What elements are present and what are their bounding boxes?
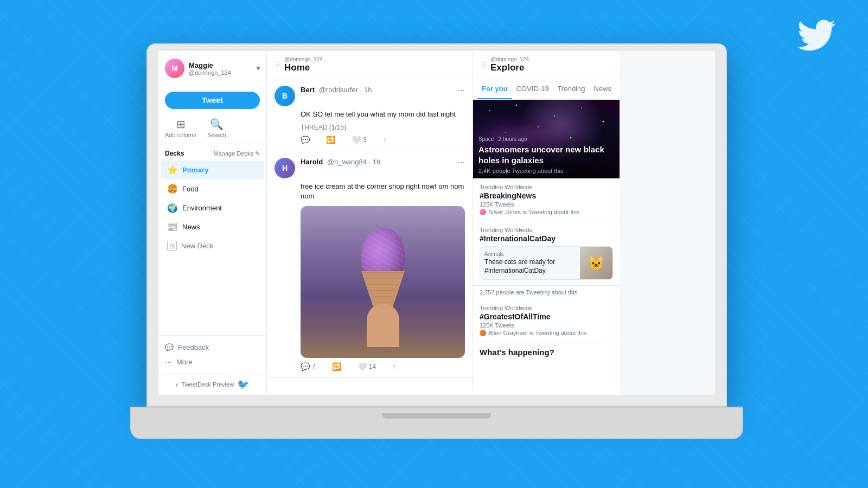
tab-for-you[interactable]: For you	[477, 79, 512, 99]
news-hero-title: Astronomers uncover new black holes in g…	[478, 144, 614, 165]
trending-item-breaking-news[interactable]: Trending Worldwide #BreakingNews 125K Tw…	[473, 178, 620, 221]
deck-item-primary[interactable]: ⭐ Primary	[161, 160, 264, 179]
like-button[interactable]: 🤍 3	[352, 136, 367, 144]
more-button[interactable]: ⋯ More	[165, 355, 260, 369]
goat-user-avatar	[480, 330, 486, 336]
laptop-body: M Maggie @domingo_124 ▾ Tweet ⊞ Add c	[146, 43, 727, 407]
tab-covid19[interactable]: COVID-19	[512, 79, 553, 99]
add-column-button[interactable]: ⊞ Add column	[165, 118, 196, 138]
tweet-actions: 💬 🔁 🤍 3 ↑	[275, 136, 465, 144]
cat-image-visual: 🐱	[580, 247, 612, 279]
ice-cream-image	[301, 206, 465, 358]
home-column: ⠿ @domingo_124 Home B	[267, 51, 473, 395]
explore-column-header: ⠿ @domingo_124 Explore	[473, 51, 620, 79]
explore-column: ⠿ @domingo_124 Explore For you COVID-19	[473, 51, 620, 395]
user-info: Maggie @domingo_124	[189, 61, 252, 76]
news-deck-label: News	[182, 223, 200, 231]
reply-icon: 💬	[301, 362, 310, 371]
goat-user-text: Allen Grayham is Tweeting about this	[488, 330, 586, 336]
share-icon: ↑	[383, 136, 387, 144]
environment-deck-icon: 🌍	[167, 203, 178, 213]
deck-item-news[interactable]: 📰 News	[161, 217, 264, 236]
home-column-header: ⠿ @domingo_124 Home	[267, 51, 473, 79]
new-deck-icon: ⊞	[167, 241, 177, 251]
tweet-author-name: Bert	[301, 86, 315, 94]
user-name: Maggie	[189, 61, 252, 69]
tweet-thread: THREAD (1/15)	[275, 124, 465, 131]
twitter-logo-background	[797, 16, 835, 62]
svg-point-0	[489, 110, 490, 111]
food-deck-label: Food	[182, 185, 199, 193]
trending-item-cat-day[interactable]: Trending Worldwide #InternationalCatDay …	[473, 221, 620, 286]
retweet-icon: 🔁	[332, 362, 341, 371]
decks-title: Decks	[165, 150, 184, 157]
tweetdeck-app: M Maggie @domingo_124 ▾ Tweet ⊞ Add c	[158, 51, 715, 395]
feedback-button[interactable]: 💬 Feedback	[165, 340, 260, 355]
tweetdeck-preview-bar: ‹ TweetDeck Preview 🐦	[158, 374, 266, 395]
chevron-down-icon[interactable]: ▾	[257, 65, 260, 72]
reply-button[interactable]: 💬	[301, 136, 310, 144]
tweet-meta-harold: Harold @h_wang84 · 1h	[301, 158, 452, 178]
cat-day-trending-tag: #InternationalCatDay	[480, 234, 613, 243]
heart-icon: 🤍	[352, 136, 361, 144]
laptop: M Maggie @domingo_124 ▾ Tweet ⊞ Add c	[146, 43, 727, 439]
explore-drag-handle[interactable]: ⠿	[481, 61, 486, 69]
deck-item-food[interactable]: 🍔 Food	[161, 179, 264, 198]
manage-decks-button[interactable]: Manage Decks ✎	[214, 150, 260, 157]
tweet-meta: Bert @rodrisurfer · 1h	[301, 86, 452, 106]
harold-share-button[interactable]: ↑	[392, 362, 396, 371]
harold-retweet-button[interactable]: 🔁	[332, 362, 341, 371]
trending-user-avatar	[480, 209, 486, 215]
tweet-author-handle: @rodrisurfer	[319, 86, 358, 94]
harold-reply-button[interactable]: 💬 7	[301, 362, 316, 371]
tweetdeck-preview-label: TweetDeck Preview	[182, 381, 234, 388]
trending-user-text: Silver Jones is Tweeting about this	[488, 209, 580, 215]
tweet-author-harold: Harold @h_wang84 · 1h	[301, 158, 452, 166]
svg-point-5	[538, 126, 539, 127]
tweet-button[interactable]: Tweet	[165, 92, 260, 109]
search-button[interactable]: 🔍 Search	[207, 118, 226, 138]
harold-like-count: 14	[369, 363, 376, 370]
decks-header: Decks Manage Decks ✎	[158, 144, 266, 160]
primary-deck-icon: ⭐	[167, 165, 178, 175]
goat-trending-count: 125K Tweets	[480, 322, 613, 329]
primary-deck-label: Primary	[182, 166, 208, 174]
news-hero-category: Space · 2 hours ago	[478, 136, 614, 142]
like-count: 3	[363, 136, 367, 144]
tab-news[interactable]: News	[589, 79, 616, 99]
bert-avatar: B	[275, 86, 295, 106]
back-arrow-icon[interactable]: ‹	[176, 380, 178, 389]
trending-count: 125K Tweets	[480, 201, 613, 208]
deck-item-environment[interactable]: 🌍 Environment	[161, 198, 264, 217]
cat-day-people-count: 2,757 people are Tweeting about this	[473, 286, 620, 299]
add-column-icon: ⊞	[176, 118, 186, 131]
harold-tweet-more-icon[interactable]: ···	[458, 158, 465, 178]
trending-label: Trending Worldwide	[480, 184, 613, 190]
search-label: Search	[207, 132, 226, 138]
column-drag-handle[interactable]: ⠿	[275, 61, 280, 69]
sidebar-actions: ⊞ Add column 🔍 Search	[158, 114, 266, 144]
harold-tweet-body: free ice cream at the corner shop right …	[275, 182, 465, 201]
tweet-card-harold: H Harold @h_wang84 · 1h ···	[267, 151, 473, 377]
tweet-card-bert: B Bert @rodrisurfer · 1h ···	[267, 79, 473, 151]
more-icon: ⋯	[165, 358, 172, 366]
harold-avatar: H	[275, 158, 295, 178]
explore-title: Explore	[490, 62, 612, 73]
retweet-button[interactable]: 🔁	[326, 136, 335, 144]
new-deck-label: New Deck	[181, 242, 213, 250]
tweet-body: OK SO let me tell you what my mom did la…	[275, 110, 465, 119]
share-button[interactable]: ↑	[383, 136, 387, 144]
home-column-content: B Bert @rodrisurfer · 1h ···	[267, 79, 473, 395]
trending-item-goat[interactable]: Trending Worldwide #GreatestOfAllTime 12…	[473, 299, 620, 342]
tweet-more-icon[interactable]: ···	[458, 86, 465, 106]
harold-like-button[interactable]: 🤍 14	[358, 362, 376, 371]
cat-day-title: These cats are ready for #InternationalC…	[484, 258, 576, 275]
svg-point-2	[554, 115, 555, 117]
news-hero[interactable]: Space · 2 hours ago Astronomers uncover …	[473, 100, 620, 178]
deck-item-new-deck[interactable]: ⊞ New Deck	[161, 236, 264, 255]
explore-tabs: For you COVID-19 Trending News	[473, 79, 620, 100]
tab-trending[interactable]: Trending	[553, 79, 590, 99]
explore-subtitle: @domingo_124	[490, 56, 612, 62]
home-column-title: Home	[284, 62, 465, 73]
user-section[interactable]: M Maggie @domingo_124 ▾	[158, 51, 266, 86]
